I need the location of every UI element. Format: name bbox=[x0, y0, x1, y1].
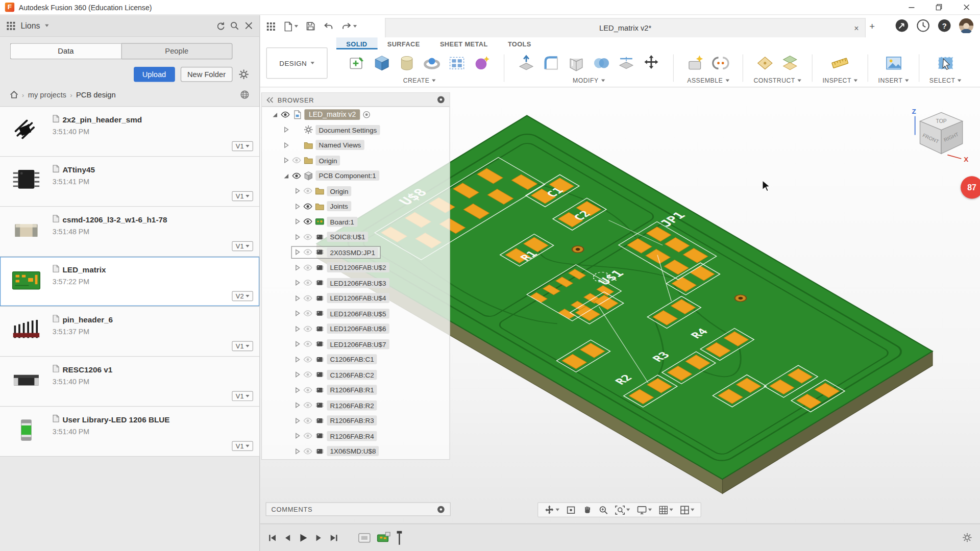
project-item[interactable]: ATtiny453:51:41 PMV1 bbox=[0, 157, 259, 207]
visibility-eye-icon[interactable] bbox=[303, 416, 312, 425]
activate-component-radio[interactable] bbox=[363, 110, 371, 118]
new-folder-button[interactable]: New Folder bbox=[180, 67, 232, 82]
browser-tree-row[interactable]: Named Views bbox=[262, 137, 449, 153]
pan-button[interactable] bbox=[582, 505, 592, 515]
design-workspace-dropdown[interactable]: DESIGN bbox=[266, 47, 328, 79]
browser-tree-row[interactable]: Document Settings bbox=[262, 122, 449, 137]
tab-people[interactable]: People bbox=[121, 43, 233, 59]
modify-group-label[interactable]: MODIFY bbox=[573, 77, 605, 84]
collapse-arrow-icon[interactable] bbox=[282, 157, 289, 164]
viewcube-top-label[interactable]: TOP bbox=[936, 118, 946, 124]
browser-tree-row[interactable]: C1206FAB:C2 bbox=[262, 367, 449, 382]
minimize-button[interactable] bbox=[897, 0, 925, 14]
search-icon[interactable] bbox=[230, 21, 239, 30]
visibility-eye-icon[interactable] bbox=[303, 232, 312, 241]
collapse-arrow-icon[interactable] bbox=[294, 188, 301, 194]
item-version-dropdown[interactable]: V1 bbox=[232, 341, 253, 352]
save-button[interactable] bbox=[306, 21, 316, 32]
app-grid-menu-icon[interactable] bbox=[266, 21, 276, 31]
expand-arrow-icon[interactable] bbox=[282, 172, 289, 179]
close-panel-icon[interactable] bbox=[244, 21, 253, 30]
team-name-dropdown[interactable]: Lions bbox=[20, 21, 40, 30]
timeline-skip-start-button[interactable] bbox=[267, 533, 278, 543]
item-version-dropdown[interactable]: V1 bbox=[232, 391, 253, 402]
collapse-panel-icon[interactable] bbox=[266, 96, 274, 103]
construct-group-label[interactable]: CONSTRUCT bbox=[754, 77, 802, 84]
visibility-eye-icon[interactable] bbox=[303, 355, 312, 364]
project-item[interactable]: pin_header_63:51:37 PMV1 bbox=[0, 307, 259, 357]
visibility-eye-icon[interactable] bbox=[303, 247, 312, 257]
collapse-arrow-icon[interactable] bbox=[294, 280, 301, 286]
document-tab[interactable]: LED_matrix v2* × bbox=[385, 18, 866, 38]
visibility-eye-icon[interactable] bbox=[303, 293, 312, 303]
move-copy-button[interactable] bbox=[640, 51, 664, 76]
comments-bar[interactable]: COMMENTS bbox=[265, 502, 450, 516]
document-tab-close-icon[interactable]: × bbox=[854, 23, 859, 33]
browser-tree-row[interactable]: R1206FAB:R2 bbox=[262, 397, 449, 413]
measure-button[interactable] bbox=[828, 51, 852, 76]
fillet-button[interactable] bbox=[540, 51, 564, 76]
timeline-feature-component[interactable] bbox=[357, 531, 371, 543]
shell-button[interactable] bbox=[565, 51, 589, 76]
view-cube[interactable]: Z TOP FRONT RIGHT X bbox=[908, 101, 970, 163]
breadcrumb-pcb-design[interactable]: PCB design bbox=[76, 90, 116, 99]
browser-options-icon[interactable] bbox=[437, 95, 445, 104]
fit-button[interactable] bbox=[615, 505, 630, 514]
collapse-arrow-icon[interactable] bbox=[294, 218, 301, 225]
visibility-eye-icon[interactable] bbox=[292, 156, 301, 165]
browser-tree-row[interactable]: LED1206FAB:U$5 bbox=[262, 306, 449, 321]
visibility-eye-icon[interactable] bbox=[303, 370, 312, 379]
notification-badge[interactable]: 87 bbox=[961, 176, 980, 198]
layout-grid-button[interactable] bbox=[659, 505, 673, 514]
browser-tree-row[interactable]: 1X06SMD:U$8 bbox=[262, 443, 449, 459]
visibility-eye-icon[interactable] bbox=[303, 309, 312, 318]
insert-group-label[interactable]: INSERT bbox=[878, 77, 909, 84]
visibility-eye-icon[interactable] bbox=[303, 339, 312, 348]
collapse-arrow-icon[interactable] bbox=[294, 448, 301, 455]
select-group-label[interactable]: SELECT bbox=[929, 77, 962, 84]
help-icon[interactable]: ? bbox=[938, 19, 951, 33]
tab-tools[interactable]: TOOLS bbox=[498, 37, 541, 49]
collapse-arrow-icon[interactable] bbox=[294, 371, 301, 378]
web-globe-icon[interactable] bbox=[240, 90, 249, 99]
collapse-arrow-icon[interactable] bbox=[282, 127, 289, 133]
create-cylinder-button[interactable] bbox=[395, 51, 419, 76]
browser-tree-row[interactable]: R1206FAB:R3 bbox=[262, 413, 449, 428]
extensions-icon[interactable] bbox=[895, 19, 909, 33]
create-form-button[interactable] bbox=[470, 51, 494, 76]
collapse-arrow-icon[interactable] bbox=[294, 264, 301, 271]
collapse-arrow-icon[interactable] bbox=[294, 310, 301, 317]
visibility-eye-icon[interactable] bbox=[303, 217, 312, 226]
comments-options-icon[interactable] bbox=[437, 505, 445, 513]
browser-tree-row[interactable]: LED1206FAB:U$4 bbox=[262, 290, 449, 306]
visibility-eye-icon[interactable] bbox=[303, 400, 312, 410]
undo-button[interactable] bbox=[323, 21, 334, 32]
redo-button[interactable] bbox=[341, 21, 357, 32]
browser-tree-row[interactable]: Joints bbox=[262, 198, 449, 214]
project-item[interactable]: 2x2_pin_header_smd3:51:40 PMV1 bbox=[0, 107, 259, 157]
new-component-button[interactable] bbox=[684, 51, 708, 76]
timeline-step-back-button[interactable] bbox=[282, 533, 292, 543]
browser-tree-row[interactable]: Origin bbox=[262, 183, 449, 198]
teams-grid-icon[interactable] bbox=[6, 21, 15, 30]
tab-sheet-metal[interactable]: SHEET METAL bbox=[430, 37, 498, 49]
collapse-arrow-icon[interactable] bbox=[282, 142, 289, 148]
timeline-step-forward-button[interactable] bbox=[314, 533, 324, 543]
user-avatar[interactable] bbox=[959, 18, 973, 33]
tab-surface[interactable]: SURFACE bbox=[377, 37, 430, 49]
visibility-eye-icon[interactable] bbox=[303, 263, 312, 272]
zoom-button[interactable] bbox=[599, 505, 608, 514]
tab-data[interactable]: Data bbox=[10, 43, 121, 59]
assemble-group-label[interactable]: ASSEMBLE bbox=[687, 77, 729, 84]
collapse-arrow-icon[interactable] bbox=[294, 341, 301, 347]
collapse-arrow-icon[interactable] bbox=[294, 387, 301, 393]
inspect-group-label[interactable]: INSPECT bbox=[822, 77, 857, 84]
browser-tree-row[interactable]: LED1206FAB:U$7 bbox=[262, 336, 449, 352]
browser-tree-row[interactable]: LED1206FAB:U$3 bbox=[262, 275, 449, 290]
item-version-dropdown[interactable]: V1 bbox=[232, 241, 253, 252]
browser-root-row[interactable]: LED_matrix v2 bbox=[262, 107, 449, 122]
visibility-eye-icon[interactable] bbox=[303, 385, 312, 394]
visibility-eye-icon[interactable] bbox=[303, 186, 312, 195]
insert-image-button[interactable] bbox=[881, 51, 905, 76]
orbit-button[interactable] bbox=[545, 505, 559, 515]
